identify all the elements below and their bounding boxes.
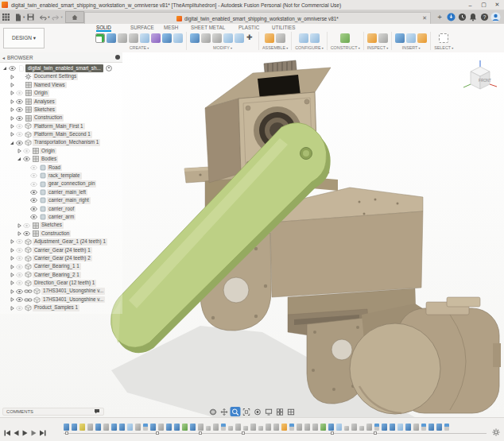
browser-header[interactable]: ◂ BROWSER	[0, 52, 122, 63]
shell-icon[interactable]	[223, 33, 233, 43]
timeline-feature-icon[interactable]	[213, 424, 219, 431]
visibility-eye-icon[interactable]	[29, 207, 38, 211]
collapse-arrow-icon[interactable]	[9, 239, 15, 244]
visibility-eye-icon[interactable]	[15, 91, 24, 95]
orbit-tool-icon[interactable]	[208, 407, 219, 416]
insert-derive-icon[interactable]	[395, 33, 405, 43]
visibility-eye-icon[interactable]	[22, 231, 31, 236]
collapse-arrow-icon[interactable]	[16, 223, 22, 228]
expand-arrow-icon[interactable]	[16, 157, 22, 161]
timeline-feature-icon[interactable]	[158, 424, 164, 431]
browser-collapse-icon[interactable]: ◂	[2, 55, 5, 60]
thread-icon[interactable]	[162, 33, 172, 43]
browser-item[interactable]: Sketches	[0, 221, 122, 229]
view-cube[interactable]: FRONT	[461, 59, 499, 100]
configuration-icon[interactable]	[299, 33, 308, 43]
visibility-eye-icon[interactable]	[15, 273, 24, 277]
timeline-feature-icon[interactable]	[221, 424, 226, 431]
cylinder-motor-body[interactable]	[350, 297, 501, 414]
visibility-eye-icon[interactable]	[15, 99, 24, 104]
visibility-eye-icon[interactable]	[29, 182, 38, 187]
visibility-eye-icon[interactable]	[29, 198, 38, 203]
modify-group-label[interactable]: MODIFY	[213, 45, 232, 50]
timeline-feature-icon[interactable]	[359, 426, 364, 431]
workspace-selector[interactable]: DESIGN ▾	[3, 28, 45, 48]
browser-options-icon[interactable]	[115, 55, 120, 60]
timeline-go-start-icon[interactable]	[4, 425, 10, 439]
timeline-feature-icon[interactable]	[190, 424, 196, 431]
timeline-go-end-icon[interactable]	[40, 425, 46, 439]
browser-item[interactable]: Road	[0, 164, 122, 172]
viewports-tool-icon[interactable]	[286, 407, 297, 416]
visibility-eye-icon[interactable]	[22, 149, 31, 153]
visibility-eye-icon[interactable]	[15, 256, 24, 261]
timeline-feature-icon[interactable]	[382, 424, 387, 431]
visibility-eye-icon[interactable]	[15, 132, 24, 137]
expand-arrow-icon[interactable]	[2, 66, 8, 71]
assemble-group-label[interactable]: ASSEMBLE	[262, 45, 288, 50]
timeline-feature-icon[interactable]	[235, 424, 241, 431]
timeline-feature-icon[interactable]	[182, 424, 188, 431]
collapse-arrow-icon[interactable]	[9, 306, 15, 311]
browser-item[interactable]: rack_template	[0, 172, 122, 180]
collapse-arrow-icon[interactable]	[9, 248, 15, 253]
job-status-icon[interactable]	[445, 12, 456, 23]
browser-item[interactable]: Construction	[0, 114, 122, 122]
undo-caret-icon[interactable]: ▾	[48, 15, 49, 19]
browser-item[interactable]: Origin	[0, 147, 122, 155]
browser-item[interactable]: Carrier_Bearing_2 1	[0, 271, 122, 279]
browser-item[interactable]: Analyses	[0, 98, 122, 106]
profile-avatar[interactable]	[490, 12, 501, 23]
timeline-group-marker[interactable]	[65, 431, 68, 435]
timeline-feature-icon[interactable]	[119, 424, 125, 431]
collapse-arrow-icon[interactable]	[9, 124, 15, 129]
timeline-feature-icon[interactable]	[312, 424, 318, 431]
collapse-arrow-icon[interactable]	[9, 256, 15, 261]
timeline-feature-icon[interactable]	[135, 424, 141, 431]
collapse-arrow-icon[interactable]	[9, 265, 15, 269]
browser-item[interactable]: carrier_arm	[0, 213, 122, 221]
zoom-tool-icon[interactable]	[231, 407, 241, 416]
visibility-eye-icon[interactable]	[15, 141, 24, 145]
collapse-arrow-icon[interactable]	[9, 273, 15, 277]
timeline-group-marker[interactable]	[374, 431, 377, 435]
timeline-feature-icon[interactable]	[374, 424, 379, 431]
visibility-eye-icon[interactable]	[15, 265, 24, 269]
timeline-feature-icon[interactable]	[351, 424, 357, 431]
timeline-settings-gear-icon[interactable]	[492, 425, 500, 439]
save-icon[interactable]	[25, 12, 36, 22]
visibility-eye-icon[interactable]	[8, 66, 17, 71]
new-tab-button[interactable]: ＋	[434, 12, 445, 23]
timeline-feature-icon[interactable]	[87, 424, 93, 431]
document-tab[interactable]: digital_twin_enabled_smart_shipping_work…	[84, 12, 431, 25]
timeline-feature-icon[interactable]	[336, 424, 342, 431]
browser-item[interactable]: Adjustment_Gear_1 (24 teeth) 1	[0, 238, 122, 246]
browser-item[interactable]: Transportation_Mechanism 1	[0, 139, 122, 147]
browser-item[interactable]: 17HS3401_Usongshine v...	[0, 288, 122, 296]
timeline-feature-icon[interactable]	[143, 424, 148, 431]
construct-group-label[interactable]: CONSTRUCT	[331, 45, 360, 50]
browser-item[interactable]: Direction_Gear (12 teeth) 1	[0, 279, 122, 287]
visibility-eye-icon[interactable]	[15, 306, 24, 311]
timeline-feature-icon[interactable]	[428, 424, 434, 431]
minimize-button[interactable]: –	[463, 0, 477, 10]
browser-item[interactable]: Construction	[0, 230, 122, 238]
toolbar-tab-solid[interactable]: SOLID	[96, 25, 111, 32]
timeline-feature-icon[interactable]	[206, 426, 211, 431]
redo-icon[interactable]	[51, 12, 61, 22]
collapse-arrow-icon[interactable]	[16, 231, 22, 236]
timeline-step-forward-icon[interactable]	[31, 425, 37, 439]
browser-item[interactable]: Carrier_Gear (24 teeth) 1	[0, 246, 122, 254]
browser-item[interactable]: Bodies	[0, 155, 122, 163]
timeline-feature-icon[interactable]	[166, 424, 172, 431]
recent-activity-icon[interactable]	[456, 12, 467, 23]
timeline-feature-icon[interactable]	[421, 424, 426, 431]
timeline-group-marker[interactable]	[199, 431, 202, 435]
browser-item[interactable]: carrier_main_right	[0, 196, 122, 204]
redo-caret-icon[interactable]: ▾	[61, 15, 63, 19]
visibility-eye-icon[interactable]	[22, 223, 31, 228]
hole-icon[interactable]	[151, 33, 161, 43]
section-analysis-icon[interactable]	[378, 33, 388, 43]
home-tab-button[interactable]	[65, 11, 84, 23]
timeline-feature-icon[interactable]	[297, 424, 302, 431]
